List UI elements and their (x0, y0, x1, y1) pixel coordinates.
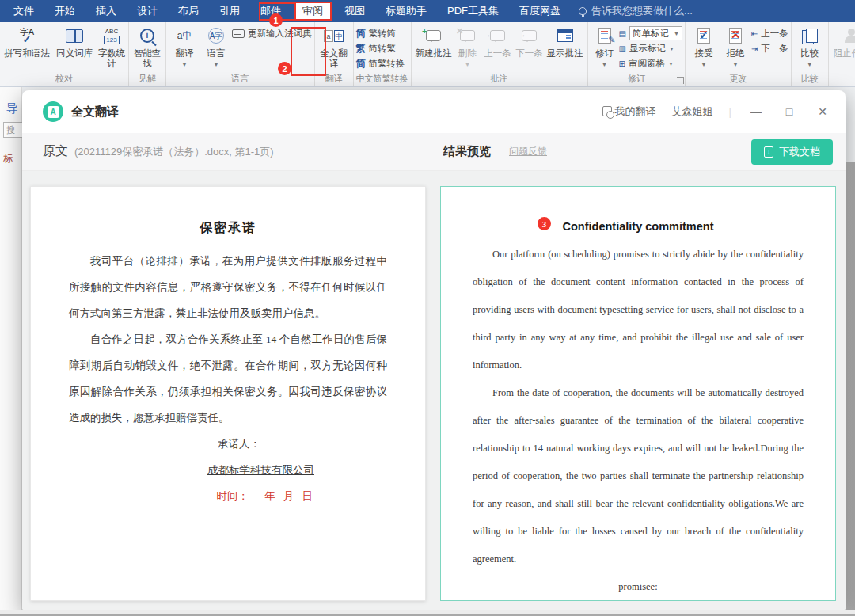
result-signature-label: promisee: (473, 573, 804, 600)
accept-button[interactable]: ✓ 接受 ▼ (688, 24, 720, 70)
track-changes-icon: ✎ (598, 28, 611, 44)
full-translate-button[interactable]: a中 全文翻译 (317, 24, 351, 69)
menu-tab-baidu-netdisk[interactable]: 百度网盘 (509, 0, 571, 22)
source-paragraph-1: 我司平台（论排排）承诺，在为用户提供文件排版服务过程中所接触的文件内容信息，严格… (69, 248, 387, 326)
background-scrollbar[interactable] (846, 162, 855, 610)
block-authors-button[interactable]: 阻止作者 (831, 24, 855, 59)
update-ime-dict-button[interactable]: 更新输入法词典 (232, 26, 312, 40)
tell-me-label: 告诉我您想要做什么... (591, 4, 693, 18)
source-company-name: 成都标学科技有限公司 (69, 457, 387, 483)
download-document-button[interactable]: ↓ 下载文档 (751, 139, 833, 165)
nav-heading-fragment: 标 (3, 152, 13, 165)
next-change-label: 下一条 (761, 43, 788, 55)
trad-to-simp-label: 繁转简 (369, 28, 397, 40)
prev-comment-label: 上一条 (484, 48, 511, 59)
result-paragraph-1: Our platform (on scheduling) promises to… (473, 241, 804, 379)
menu-tab-title-helper[interactable]: 标题助手 (375, 0, 437, 22)
prev-change-button[interactable]: ⇤上一条 (751, 26, 788, 40)
reviewing-pane-select[interactable]: ⊞审阅窗格▼ (619, 56, 682, 70)
group-label-insights: 见解 (131, 73, 163, 86)
block-authors-label: 阻止作者 (834, 48, 855, 59)
show-comments-icon (557, 29, 573, 42)
menu-tab-review[interactable]: 审阅 (294, 2, 332, 21)
spellcheck-button[interactable]: 字A✓ 拼写和语法 (2, 24, 51, 59)
menu-tab-home[interactable]: 开始 (44, 0, 86, 22)
maximize-button[interactable]: □ (781, 105, 798, 118)
trad-char-icon: 繁 (356, 42, 366, 55)
spellcheck-icon: 字A✓ (20, 28, 34, 44)
result-preview-label: 结果预览 (443, 144, 491, 159)
menu-tab-insert[interactable]: 插入 (86, 0, 127, 22)
group-label-compare: 比较 (794, 73, 826, 86)
menu-tab-view[interactable]: 视图 (334, 0, 375, 22)
reviewing-pane-label: 审阅窗格 (629, 58, 665, 70)
source-page: 保密承诺 我司平台（论排排）承诺，在为用户提供文件排版服务过程中所接触的文件内容… (30, 186, 426, 601)
word-count-button[interactable]: ABC123 字数统计 (97, 24, 126, 69)
markup-mode-select[interactable]: ▤简单标记▼ (619, 26, 682, 40)
simp-trad-convert-button[interactable]: 简简繁转换 (356, 56, 405, 70)
group-label-language: 语言 (169, 73, 312, 86)
show-comments-label: 显示批注 (547, 48, 583, 59)
reject-button[interactable]: ✕ 拒绝 ▼ (720, 24, 751, 70)
thesaurus-label: 同义词库 (56, 48, 93, 59)
feedback-link[interactable]: 问题反馈 (509, 145, 547, 158)
next-comment-button[interactable]: → 下一条 (514, 24, 545, 59)
delete-comment-button[interactable]: ✕ 删除 ▼ (454, 24, 482, 70)
step-badge-1: 1 (269, 13, 283, 27)
reject-icon: ✕ (729, 28, 742, 44)
ribbon-group-tracking: ✎ 修订 ▼ ▤简单标记▼ ▥显示标记▼ ⊞审阅窗格▼ 修订 (588, 22, 686, 86)
next-change-icon: ⇥ (751, 44, 758, 53)
ribbon-group-protect: 阻止作者 限制 保护 (829, 22, 855, 86)
smart-lookup-button[interactable]: i 智能查找 (131, 24, 163, 69)
show-comments-button[interactable]: 显示批注 (545, 24, 585, 59)
accept-icon: ✓ (697, 28, 710, 44)
simp-to-trad-button[interactable]: 繁简转繁 (356, 41, 405, 55)
group-label-changes: 更改 (688, 73, 788, 86)
thesaurus-button[interactable]: 同义词库 (51, 24, 97, 59)
lightbulb-icon (579, 7, 587, 15)
translate-button[interactable]: a̲中 翻译 ▼ (169, 24, 200, 70)
menu-bar: 文件 开始 插入 设计 布局 引用 邮件 审阅 视图 标题助手 PDF工具集 百… (0, 0, 855, 22)
menu-tab-design[interactable]: 设计 (127, 0, 168, 22)
track-changes-button[interactable]: ✎ 修订 ▼ (591, 24, 619, 70)
step-badge-2: 2 (278, 62, 291, 75)
prev-comment-icon: ← (490, 30, 505, 41)
update-ime-dict-label: 更新输入法词典 (248, 28, 312, 40)
tell-me-box[interactable]: 告诉我您想要做什么... (571, 4, 693, 18)
assistant-link[interactable]: 艾森姐姐 (672, 105, 713, 119)
next-change-button[interactable]: ⇥下一条 (751, 41, 788, 55)
show-markup-label: 显示标记 (629, 43, 666, 55)
menu-tab-layout[interactable]: 布局 (168, 0, 209, 22)
ribbon-group-proofing: 字A✓ 拼写和语法 同义词库 ABC123 字数统计 校对 (0, 22, 129, 86)
my-translations-link[interactable]: 我的翻译 (602, 105, 656, 119)
dialog-launcher-icon[interactable] (677, 77, 684, 84)
delete-comment-icon: ✕ (460, 30, 475, 41)
step-badge-3: 3 (538, 217, 551, 230)
compare-button[interactable]: 比较 ▼ (794, 24, 826, 70)
minimize-button[interactable]: — (747, 105, 765, 118)
navigation-pane-fragment: 导 搜 标 (0, 87, 22, 610)
globe-icon: A字 (208, 28, 224, 44)
trad-to-simp-button[interactable]: 简繁转简 (356, 26, 405, 40)
compare-label: 比较 (800, 48, 819, 59)
group-label-proofing: 校对 (2, 73, 126, 86)
menu-tab-file[interactable]: 文件 (3, 0, 44, 22)
chevron-down-icon: ▼ (465, 59, 470, 70)
group-label-translate: 翻译 (317, 73, 351, 86)
show-markup-select[interactable]: ▥显示标记▼ (619, 41, 682, 55)
menu-tab-pdf-tools[interactable]: PDF工具集 (437, 0, 509, 22)
nav-search-input[interactable]: 搜 (3, 122, 24, 138)
language-button[interactable]: A字 语言 ▼ (200, 24, 232, 70)
close-button[interactable]: ✕ (814, 105, 831, 118)
abc123-icon: ABC123 (104, 28, 119, 44)
menu-tab-references[interactable]: 引用 (209, 0, 250, 22)
translate-icon: a̲中 (177, 31, 192, 41)
result-company-name: Chengdu Standard Science and Technology … (473, 600, 804, 610)
group-label-comments: 批注 (414, 73, 585, 86)
spellcheck-label: 拼写和语法 (4, 48, 50, 59)
dialog-title: 全文翻译 (71, 105, 119, 120)
my-translations-label: 我的翻译 (615, 105, 656, 117)
markup-mode-value: 简单标记 (633, 28, 669, 40)
new-comment-button[interactable]: + 新建批注 (414, 24, 454, 59)
prev-comment-button[interactable]: ← 上一条 (482, 24, 514, 59)
